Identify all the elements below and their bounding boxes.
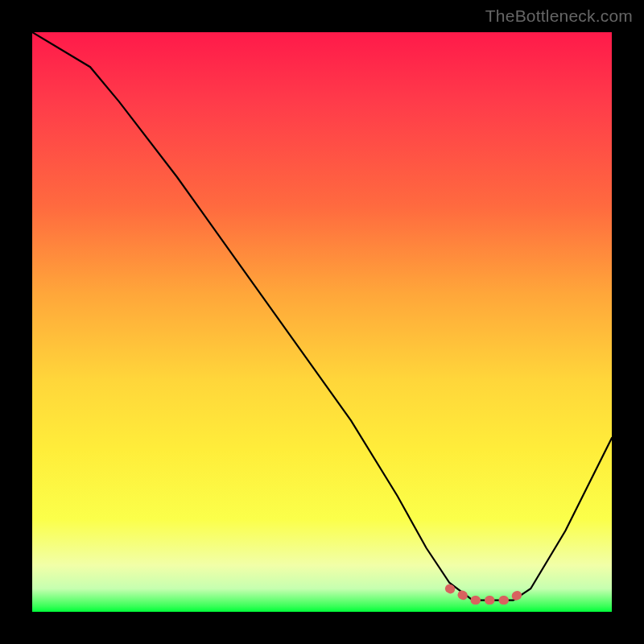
plot-area [32, 32, 612, 612]
optimal-segment-path [449, 588, 518, 600]
bottleneck-curve-svg [32, 32, 612, 612]
watermark-label: TheBottleneck.com [485, 6, 633, 26]
chart-frame: TheBottleneck.com [0, 0, 644, 644]
bottleneck-curve-path [32, 32, 612, 601]
